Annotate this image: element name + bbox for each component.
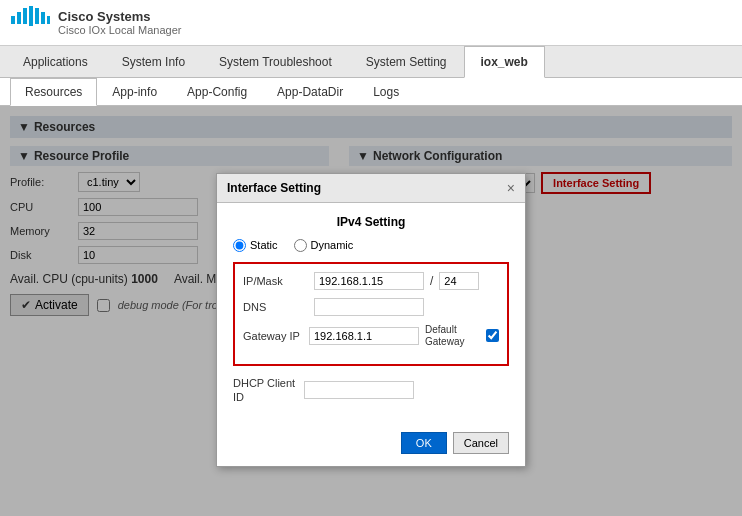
sub-nav: Resources App-info App-Config App-DataDi… (0, 78, 742, 106)
modal-title-bar: Interface Setting × (217, 174, 525, 203)
ip-config-section: IP/Mask / DNS Gateway IP (233, 262, 509, 366)
nav-tab-system-setting[interactable]: System Setting (349, 46, 464, 78)
ipmask-label: IP/Mask (243, 275, 308, 287)
dynamic-label: Dynamic (311, 239, 354, 251)
svg-rect-6 (47, 16, 50, 24)
svg-rect-0 (11, 16, 15, 24)
svg-rect-4 (35, 8, 39, 24)
ipmask-row: IP/Mask / (243, 272, 499, 290)
slash-separator: / (430, 274, 433, 288)
nav-tab-iox-web[interactable]: iox_web (464, 46, 545, 78)
gateway-ip-label: Gateway IP (243, 330, 303, 342)
modal-ok-button[interactable]: OK (401, 432, 447, 454)
dynamic-radio-option[interactable]: Dynamic (294, 239, 354, 252)
static-label: Static (250, 239, 278, 251)
modal-footer: OK Cancel (217, 424, 525, 466)
sub-tab-app-info[interactable]: App-info (97, 78, 172, 106)
svg-rect-3 (29, 6, 33, 26)
static-radio[interactable] (233, 239, 246, 252)
interface-setting-modal: Interface Setting × IPv4 Setting Static … (216, 173, 526, 468)
dynamic-radio[interactable] (294, 239, 307, 252)
nav-tab-applications[interactable]: Applications (6, 46, 105, 78)
product-name: Cisco IOx Local Manager (58, 24, 182, 36)
dns-row: DNS (243, 298, 499, 316)
static-radio-option[interactable]: Static (233, 239, 278, 252)
mask-input[interactable] (439, 272, 479, 290)
modal-overlay: Interface Setting × IPv4 Setting Static … (0, 106, 742, 516)
dhcp-label: DHCP Client ID (233, 376, 298, 405)
svg-rect-2 (23, 8, 27, 24)
nav-tab-system-troubleshoot[interactable]: System Troubleshoot (202, 46, 349, 78)
sub-tab-logs[interactable]: Logs (358, 78, 414, 106)
gateway-controls: Default Gateway (309, 324, 499, 348)
dns-label: DNS (243, 301, 308, 313)
gateway-row: Gateway IP Default Gateway (243, 324, 499, 348)
default-gateway-label: Default Gateway (425, 324, 483, 348)
dns-input[interactable] (314, 298, 424, 316)
ip-input[interactable] (314, 272, 424, 290)
cisco-logo: Cisco Systems Cisco IOx Local Manager (10, 6, 182, 39)
ipv4-title: IPv4 Setting (233, 215, 509, 229)
app-header: Cisco Systems Cisco IOx Local Manager (0, 0, 742, 46)
company-name: Cisco Systems (58, 9, 182, 24)
cisco-icon (10, 6, 50, 39)
svg-rect-5 (41, 12, 45, 24)
radio-row: Static Dynamic (233, 239, 509, 252)
modal-title: Interface Setting (227, 181, 321, 195)
default-gateway-checkbox[interactable] (486, 329, 499, 342)
gateway-input[interactable] (309, 327, 419, 345)
modal-close-button[interactable]: × (507, 180, 515, 196)
header-text: Cisco Systems Cisco IOx Local Manager (58, 9, 182, 36)
svg-rect-1 (17, 12, 21, 24)
main-nav: Applications System Info System Troubles… (0, 46, 742, 78)
sub-tab-app-config[interactable]: App-Config (172, 78, 262, 106)
dhcp-row: DHCP Client ID (233, 376, 509, 405)
dhcp-input[interactable] (304, 381, 414, 399)
modal-cancel-button[interactable]: Cancel (453, 432, 509, 454)
sub-tab-resources[interactable]: Resources (10, 78, 97, 106)
content-area: ▼ Resources ▼ Resource Profile Profile: … (0, 106, 742, 516)
modal-body: IPv4 Setting Static Dynamic IP/Mask (217, 203, 525, 425)
sub-tab-app-datadir[interactable]: App-DataDir (262, 78, 358, 106)
nav-tab-system-info[interactable]: System Info (105, 46, 202, 78)
